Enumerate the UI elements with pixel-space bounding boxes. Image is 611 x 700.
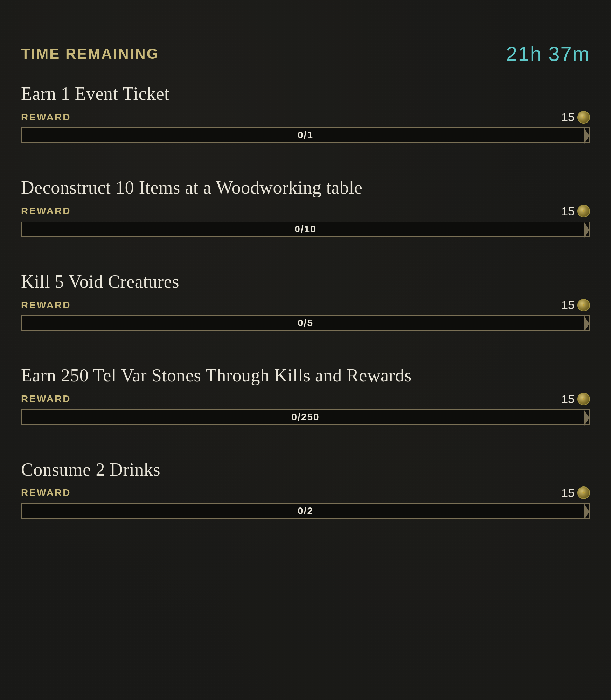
reward-label-deconstruct-items: REWARD (21, 205, 71, 217)
reward-label-earn-tel-var: REWARD (21, 393, 71, 405)
quest-item-deconstruct-items: Deconstruct 10 Items at a Woodworking ta… (21, 177, 590, 237)
progress-text-earn-event-ticket: 0/1 (298, 130, 313, 141)
main-container: TIME REMAINING 21h 37m Earn 1 Event Tick… (0, 0, 611, 556)
separator-0 (21, 160, 590, 160)
quests-list: Earn 1 Event Ticket REWARD 15 0/1 Decons… (21, 83, 590, 519)
reward-value-deconstruct-items: 15 (561, 204, 590, 218)
reward-icon-earn-tel-var (577, 393, 590, 405)
reward-label-kill-void-creatures: REWARD (21, 300, 71, 311)
time-header: TIME REMAINING 21h 37m (21, 42, 590, 65)
progress-bar-deconstruct-items: 0/10 (21, 222, 590, 237)
reward-icon-earn-event-ticket (577, 111, 590, 124)
progress-bar-kill-void-creatures: 0/5 (21, 315, 590, 331)
progress-bar-consume-drinks: 0/2 (21, 503, 590, 519)
reward-label-consume-drinks: REWARD (21, 487, 71, 498)
reward-value-earn-tel-var: 15 (561, 392, 590, 406)
separator-3 (21, 442, 590, 442)
progress-text-deconstruct-items: 0/10 (294, 224, 317, 235)
progress-text-kill-void-creatures: 0/5 (298, 317, 313, 329)
quest-title-earn-event-ticket: Earn 1 Event Ticket (21, 83, 590, 105)
reward-value-kill-void-creatures: 15 (561, 298, 590, 312)
quest-title-deconstruct-items: Deconstruct 10 Items at a Woodworking ta… (21, 177, 590, 198)
time-remaining-label: TIME REMAINING (21, 46, 159, 62)
reward-row-earn-tel-var: REWARD 15 (21, 392, 590, 406)
quest-title-kill-void-creatures: Kill 5 Void Creatures (21, 271, 590, 293)
quest-item-consume-drinks: Consume 2 Drinks REWARD 15 0/2 (21, 459, 590, 519)
reward-icon-consume-drinks (577, 486, 590, 499)
reward-value-consume-drinks: 15 (561, 486, 590, 500)
quest-item-earn-event-ticket: Earn 1 Event Ticket REWARD 15 0/1 (21, 83, 590, 143)
progress-text-consume-drinks: 0/2 (298, 505, 313, 517)
quest-title-earn-tel-var: Earn 250 Tel Var Stones Through Kills an… (21, 365, 590, 386)
reward-icon-deconstruct-items (577, 205, 590, 217)
quest-title-consume-drinks: Consume 2 Drinks (21, 459, 590, 481)
time-remaining-value: 21h 37m (506, 42, 590, 65)
progress-bar-earn-event-ticket: 0/1 (21, 127, 590, 143)
quest-item-earn-tel-var: Earn 250 Tel Var Stones Through Kills an… (21, 365, 590, 425)
reward-icon-kill-void-creatures (577, 299, 590, 312)
reward-label-earn-event-ticket: REWARD (21, 112, 71, 123)
reward-row-consume-drinks: REWARD 15 (21, 486, 590, 500)
separator-2 (21, 348, 590, 348)
quest-item-kill-void-creatures: Kill 5 Void Creatures REWARD 15 0/5 (21, 271, 590, 331)
separator-1 (21, 254, 590, 254)
progress-bar-earn-tel-var: 0/250 (21, 410, 590, 425)
progress-text-earn-tel-var: 0/250 (291, 412, 319, 423)
reward-row-kill-void-creatures: REWARD 15 (21, 298, 590, 312)
reward-value-earn-event-ticket: 15 (561, 110, 590, 124)
reward-row-earn-event-ticket: REWARD 15 (21, 110, 590, 124)
reward-row-deconstruct-items: REWARD 15 (21, 204, 590, 218)
